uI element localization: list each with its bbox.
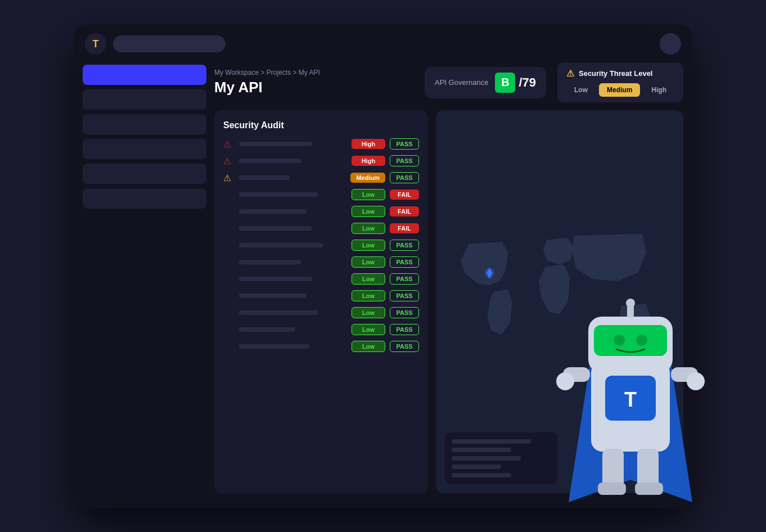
info-line-4	[452, 465, 501, 469]
severity-badge: Low	[352, 273, 385, 285]
audit-row-bar	[239, 209, 307, 214]
sidebar-item-5[interactable]	[83, 164, 206, 184]
severity-badge: Low	[352, 240, 385, 251]
grade-letter: B	[495, 73, 515, 93]
severity-badge: Low	[352, 307, 385, 318]
audit-row: LowFAIL	[223, 206, 419, 217]
threat-buttons: Low Medium High	[566, 83, 674, 97]
info-line-3	[452, 456, 521, 461]
result-badge: PASS	[390, 324, 419, 335]
threat-level-title: Security Threat Level	[579, 69, 653, 78]
app-logo: T	[85, 33, 106, 55]
severity-badge: High	[352, 139, 385, 149]
threat-level-header: ⚠ Security Threat Level	[566, 68, 674, 79]
audit-row-bar	[239, 226, 312, 231]
severity-badge: Low	[352, 256, 385, 268]
breadcrumb-title: My Workspace > Projects > My API My API	[214, 69, 320, 96]
content-pane: My Workspace > Projects > My API My API …	[214, 62, 683, 493]
severity-badge: High	[352, 156, 385, 166]
api-grade-badge: B /79	[495, 73, 536, 93]
audit-row-bar	[239, 175, 290, 180]
audit-row-bar	[239, 294, 307, 298]
audit-row-bar	[239, 192, 318, 197]
map-panel	[436, 110, 683, 493]
sidebar-item-6[interactable]	[83, 188, 206, 209]
result-badge: FAIL	[390, 206, 419, 217]
threat-level-container: ⚠ Security Threat Level Low Medium High	[557, 62, 683, 102]
api-governance-label: API Governance	[435, 78, 488, 87]
sidebar-item-2[interactable]	[83, 89, 206, 110]
lower-panels: Security Audit ⚠HighPASS⚠HighPASS⚠Medium…	[214, 110, 683, 493]
top-bar: T	[83, 33, 683, 55]
audit-row: ⚠HighPASS	[223, 155, 419, 166]
info-line-5	[452, 473, 511, 477]
severity-badge: Low	[352, 189, 385, 200]
audit-row: LowPASS	[223, 240, 419, 251]
warning-icon: ⚠	[566, 68, 574, 79]
audit-row: LowPASS	[223, 290, 419, 301]
grade-score: /79	[519, 75, 536, 90]
search-bar[interactable]	[113, 35, 226, 52]
sidebar-item-1[interactable]	[83, 65, 206, 85]
severity-badge: Low	[352, 341, 385, 352]
audit-row: LowFAIL	[223, 223, 419, 234]
audit-row: LowPASS	[223, 273, 419, 285]
audit-row: LowFAIL	[223, 189, 419, 200]
header-section: My Workspace > Projects > My API My API …	[214, 62, 683, 102]
api-governance-container: API Governance B /79	[425, 67, 546, 98]
audit-row: LowPASS	[223, 341, 419, 352]
audit-row-bar	[239, 277, 312, 281]
audit-rows-container: ⚠HighPASS⚠HighPASS⚠MediumPASSLowFAILLowF…	[223, 138, 419, 352]
severity-badge: Low	[352, 290, 385, 301]
severity-badge: Low	[352, 206, 385, 217]
audit-row: ⚠MediumPASS	[223, 172, 419, 183]
user-avatar[interactable]	[660, 33, 681, 55]
audit-row: LowPASS	[223, 307, 419, 318]
severity-badge: Low	[352, 223, 385, 234]
threat-btn-low[interactable]: Low	[566, 83, 596, 97]
result-badge: PASS	[390, 273, 419, 285]
audit-row-icon: ⚠	[223, 139, 235, 150]
audit-row: LowPASS	[223, 256, 419, 268]
audit-row-icon: ⚠	[223, 156, 235, 166]
severity-badge: Low	[352, 324, 385, 335]
info-line-1	[452, 439, 531, 444]
result-badge: FAIL	[390, 223, 419, 233]
audit-panel: Security Audit ⚠HighPASS⚠HighPASS⚠Medium…	[214, 110, 428, 493]
sidebar-item-4[interactable]	[83, 139, 206, 159]
audit-title: Security Audit	[223, 120, 419, 130]
audit-row-bar	[239, 142, 312, 146]
audit-row: LowPASS	[223, 324, 419, 335]
result-badge: PASS	[390, 341, 419, 352]
sidebar-item-3[interactable]	[83, 114, 206, 134]
result-badge: PASS	[390, 290, 419, 301]
map-info-box	[445, 432, 557, 484]
result-badge: PASS	[390, 172, 419, 183]
page-title: My API	[214, 79, 320, 96]
audit-row-bar	[239, 260, 301, 264]
audit-row: ⚠HighPASS	[223, 138, 419, 150]
audit-row-bar	[239, 243, 323, 247]
sidebar	[83, 62, 206, 493]
audit-row-bar	[239, 344, 309, 349]
breadcrumb: My Workspace > Projects > My API	[214, 69, 320, 76]
result-badge: FAIL	[390, 190, 419, 200]
audit-row-icon: ⚠	[223, 173, 235, 183]
info-line-2	[452, 448, 511, 452]
audit-row-bar	[239, 159, 301, 163]
audit-row-bar	[239, 310, 318, 315]
world-map	[436, 110, 683, 493]
audit-row-bar	[239, 327, 295, 332]
screen-wrapper: T My Workspace > Projects > My API My AP…	[74, 24, 692, 508]
result-badge: PASS	[390, 307, 419, 318]
main-area: My Workspace > Projects > My API My API …	[83, 62, 683, 493]
result-badge: PASS	[390, 240, 419, 251]
severity-badge: Medium	[350, 173, 385, 183]
result-badge: PASS	[390, 256, 419, 268]
result-badge: PASS	[390, 138, 419, 150]
result-badge: PASS	[390, 155, 419, 166]
threat-btn-medium[interactable]: Medium	[599, 83, 640, 97]
svg-point-15	[687, 372, 705, 390]
threat-btn-high[interactable]: High	[643, 83, 674, 97]
